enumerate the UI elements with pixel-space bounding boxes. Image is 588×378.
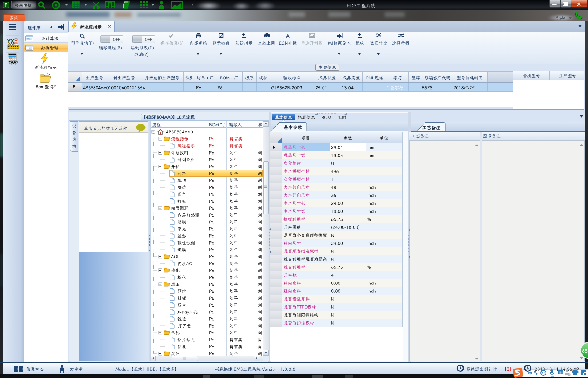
svg-text:YX: YX xyxy=(7,38,15,44)
